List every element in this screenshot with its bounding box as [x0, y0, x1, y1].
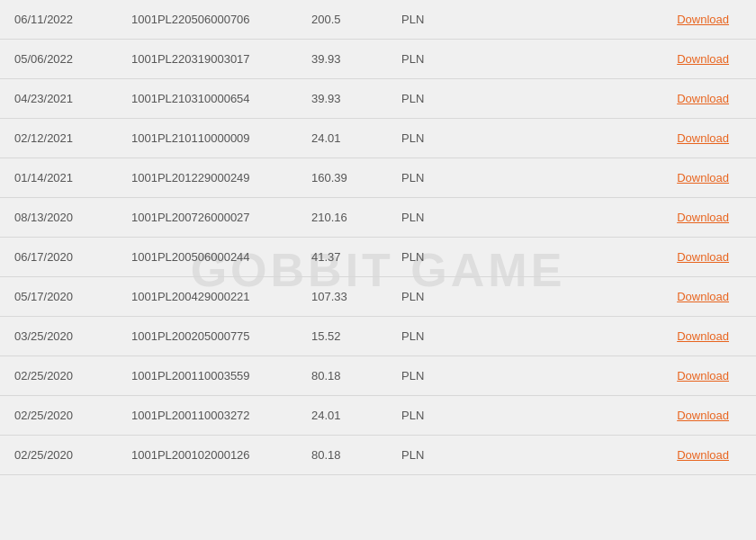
invoice-download-cell: Download [477, 277, 756, 317]
invoice-download-cell: Download [477, 198, 756, 238]
invoice-download-cell: Download [477, 119, 756, 158]
invoice-date: 02/25/2020 [0, 436, 117, 475]
invoice-number: 1001PL200726000027 [117, 198, 297, 238]
invoice-date: 05/17/2020 [0, 277, 117, 317]
invoices-table: 06/11/2022 1001PL220506000706 200.5 PLN … [0, 0, 756, 475]
invoice-currency: PLN [387, 396, 477, 436]
invoice-currency: PLN [387, 158, 477, 198]
invoice-currency: PLN [387, 277, 477, 317]
invoice-download-cell: Download [477, 79, 756, 119]
download-button[interactable]: Download [677, 131, 729, 145]
invoice-download-cell: Download [477, 158, 756, 198]
download-button[interactable]: Download [677, 171, 729, 184]
download-button[interactable]: Download [677, 290, 729, 303]
table-row: 01/14/2021 1001PL201229000249 160.39 PLN… [0, 158, 756, 198]
invoice-number: 1001PL201229000249 [117, 158, 297, 198]
invoice-date: 02/25/2020 [0, 396, 117, 436]
table-row: 02/25/2020 1001PL200110003272 24.01 PLN … [0, 396, 756, 436]
invoice-currency: PLN [387, 0, 477, 40]
invoice-amount: 210.16 [297, 198, 387, 238]
table-row: 02/12/2021 1001PL210110000009 24.01 PLN … [0, 119, 756, 158]
download-button[interactable]: Download [677, 369, 729, 382]
invoice-number: 1001PL220506000706 [117, 0, 297, 40]
invoice-number: 1001PL200506000244 [117, 238, 297, 277]
invoice-amount: 39.93 [297, 40, 387, 79]
table-row: 04/23/2021 1001PL210310000654 39.93 PLN … [0, 79, 756, 119]
invoice-number: 1001PL210110000009 [117, 119, 297, 158]
invoice-amount: 39.93 [297, 79, 387, 119]
invoice-date: 01/14/2021 [0, 158, 117, 198]
invoice-number: 1001PL200102000126 [117, 436, 297, 475]
invoice-date: 06/11/2022 [0, 0, 117, 40]
invoice-amount: 80.18 [297, 436, 387, 475]
invoice-date: 04/23/2021 [0, 79, 117, 119]
invoice-download-cell: Download [477, 396, 756, 436]
download-button[interactable]: Download [677, 92, 729, 105]
invoice-amount: 41.37 [297, 238, 387, 277]
table-row: 06/11/2022 1001PL220506000706 200.5 PLN … [0, 0, 756, 40]
invoice-amount: 15.52 [297, 317, 387, 356]
invoice-number: 1001PL200110003559 [117, 356, 297, 396]
invoice-date: 06/17/2020 [0, 238, 117, 277]
invoice-date: 05/06/2022 [0, 40, 117, 79]
invoice-number: 1001PL200429000221 [117, 277, 297, 317]
invoice-download-cell: Download [477, 40, 756, 79]
download-button[interactable]: Download [677, 211, 729, 224]
invoice-amount: 107.33 [297, 277, 387, 317]
invoice-currency: PLN [387, 198, 477, 238]
table-row: 03/25/2020 1001PL200205000775 15.52 PLN … [0, 317, 756, 356]
invoice-currency: PLN [387, 238, 477, 277]
invoice-currency: PLN [387, 356, 477, 396]
invoice-download-cell: Download [477, 356, 756, 396]
download-button[interactable]: Download [677, 409, 729, 422]
download-button[interactable]: Download [677, 329, 729, 343]
invoice-amount: 24.01 [297, 119, 387, 158]
table-row: 02/25/2020 1001PL200110003559 80.18 PLN … [0, 356, 756, 396]
invoice-date: 02/12/2021 [0, 119, 117, 158]
invoice-number: 1001PL210310000654 [117, 79, 297, 119]
invoice-currency: PLN [387, 40, 477, 79]
invoice-amount: 200.5 [297, 0, 387, 40]
table-row: 02/25/2020 1001PL200102000126 80.18 PLN … [0, 436, 756, 475]
table-row: 08/13/2020 1001PL200726000027 210.16 PLN… [0, 198, 756, 238]
invoice-currency: PLN [387, 436, 477, 475]
invoice-number: 1001PL200205000775 [117, 317, 297, 356]
invoice-date: 02/25/2020 [0, 356, 117, 396]
invoice-date: 08/13/2020 [0, 198, 117, 238]
download-button[interactable]: Download [677, 52, 729, 66]
download-button[interactable]: Download [677, 250, 729, 264]
download-button[interactable]: Download [677, 13, 729, 26]
download-button[interactable]: Download [677, 448, 729, 462]
invoice-amount: 24.01 [297, 396, 387, 436]
table-row: 05/06/2022 1001PL220319003017 39.93 PLN … [0, 40, 756, 79]
invoice-number: 1001PL220319003017 [117, 40, 297, 79]
invoice-amount: 160.39 [297, 158, 387, 198]
invoice-currency: PLN [387, 317, 477, 356]
invoice-currency: PLN [387, 79, 477, 119]
invoice-date: 03/25/2020 [0, 317, 117, 356]
invoice-download-cell: Download [477, 436, 756, 475]
invoice-number: 1001PL200110003272 [117, 396, 297, 436]
table-row: 06/17/2020 1001PL200506000244 41.37 PLN … [0, 238, 756, 277]
invoice-download-cell: Download [477, 0, 756, 40]
invoice-currency: PLN [387, 119, 477, 158]
invoice-download-cell: Download [477, 238, 756, 277]
table-row: 05/17/2020 1001PL200429000221 107.33 PLN… [0, 277, 756, 317]
invoice-download-cell: Download [477, 317, 756, 356]
invoice-amount: 80.18 [297, 356, 387, 396]
